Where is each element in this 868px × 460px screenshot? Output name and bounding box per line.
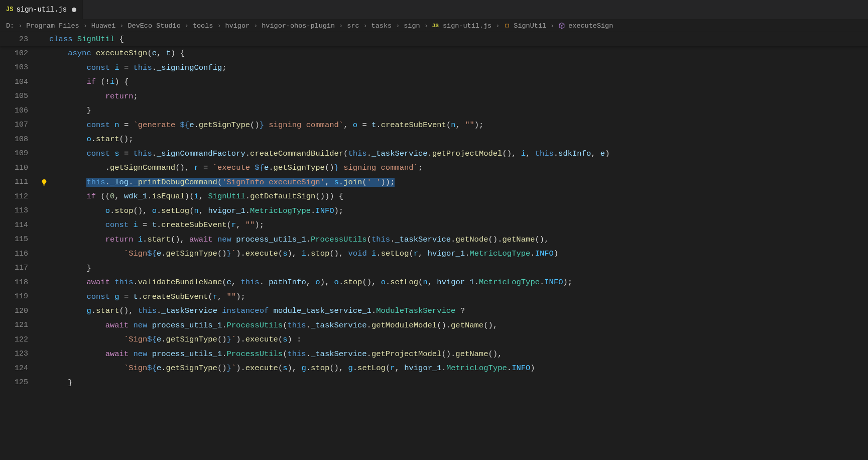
- code-text: const s = this._signCommandFactory.creat…: [49, 147, 609, 161]
- code-text: `Sign${e.getSignType()}`).execute(s) :: [49, 332, 301, 347]
- code-line[interactable]: 112 if ((0, wdk_1.isEqual)(i, SignUtil.g…: [0, 189, 868, 204]
- code-line[interactable]: 102 async executeSign(e, t) {: [0, 46, 868, 61]
- breadcrumb-segment[interactable]: DevEco Studio: [128, 22, 180, 30]
- code-text: await new process_utils_1.ProcessUtils(t…: [49, 347, 502, 362]
- code-line[interactable]: 115 return i.start(), await new process_…: [0, 233, 868, 247]
- code-line[interactable]: 122 `Sign${e.getSignType()}`).execute(s)…: [0, 332, 868, 347]
- code-line[interactable]: 114 const i = t.createSubEvent(r, "");: [0, 218, 868, 233]
- method-icon: [558, 22, 565, 29]
- line-number: 106: [0, 106, 39, 115]
- chevron-right-icon: ›: [363, 22, 367, 30]
- breadcrumb-segment[interactable]: Huawei: [91, 22, 116, 30]
- line-number: 111: [0, 178, 39, 186]
- tab-sign-util[interactable]: JS sign-util.js: [0, 0, 83, 19]
- line-number: 119: [0, 292, 39, 301]
- breadcrumb-segment[interactable]: tasks: [371, 22, 392, 30]
- chevron-right-icon: ›: [396, 22, 400, 30]
- line-number: 103: [0, 63, 39, 72]
- code-line[interactable]: 108 o.start();: [0, 132, 868, 147]
- code-text: `Sign${e.getSignType()}`).execute(s), g.…: [49, 361, 535, 376]
- code-line[interactable]: 110 .getSignCommand(), r = `execute ${e.…: [0, 161, 868, 175]
- sticky-scroll-line[interactable]: 23 class SignUtil {: [0, 32, 868, 46]
- chevron-right-icon: ›: [254, 22, 258, 30]
- js-file-icon: JS: [432, 23, 439, 29]
- chevron-right-icon: ›: [339, 22, 343, 30]
- breadcrumb-symbol[interactable]: SignUtil: [514, 22, 546, 30]
- code-text: return i.start(), await new process_util…: [49, 233, 549, 247]
- chevron-right-icon: ›: [217, 22, 221, 30]
- dirty-indicator-icon: [72, 8, 76, 12]
- line-number: 121: [0, 321, 39, 329]
- code-text: o.stop(), o.setLog(n, hvigor_1.MetricLog…: [49, 204, 343, 218]
- code-line[interactable]: 119 const g = t.createSubEvent(r, "");: [0, 290, 868, 304]
- tab-filename: sign-util.js: [16, 6, 67, 14]
- line-number: 107: [0, 121, 39, 129]
- code-text: if (!i) {: [49, 75, 129, 89]
- code-line[interactable]: 117 }: [0, 261, 868, 276]
- chevron-right-icon: ›: [185, 22, 189, 30]
- code-line[interactable]: 103 const i = this._signingConfig;: [0, 61, 868, 75]
- code-text: }: [49, 376, 73, 390]
- code-line[interactable]: 118 await this.validateBundleName(e, thi…: [0, 275, 868, 290]
- code-line[interactable]: 121 await new process_utils_1.ProcessUti…: [0, 318, 868, 333]
- editor-body[interactable]: 102 async executeSign(e, t) {103 const i…: [0, 46, 868, 390]
- chevron-right-icon: ›: [550, 22, 554, 30]
- code-text: o.start();: [49, 132, 133, 147]
- tab-bar: JS sign-util.js: [0, 0, 868, 19]
- code-line[interactable]: 105 return;: [0, 89, 868, 104]
- code-text: if ((0, wdk_1.isEqual)(i, SignUtil.getDe…: [49, 189, 343, 204]
- code-line[interactable]: 116 `Sign${e.getSignType()}`).execute(s)…: [0, 247, 868, 261]
- line-number: 114: [0, 221, 39, 229]
- line-number: 115: [0, 235, 39, 244]
- chevron-right-icon: ›: [18, 22, 22, 30]
- line-number: 110: [0, 164, 39, 172]
- breadcrumb-segment[interactable]: tools: [193, 22, 213, 30]
- code-text: const i = t.createSubEvent(r, "");: [49, 218, 264, 233]
- breadcrumb-segment[interactable]: Program Files: [26, 22, 79, 30]
- code-text: class SignUtil {: [49, 32, 124, 47]
- breadcrumb-segment[interactable]: sign: [404, 22, 420, 30]
- line-number: 120: [0, 307, 39, 315]
- code-text: `Sign${e.getSignType()}`).execute(s), i.…: [49, 247, 558, 261]
- code-line[interactable]: 120 g.start(), this._taskService instanc…: [0, 304, 868, 318]
- breadcrumb-symbol[interactable]: executeSign: [568, 22, 613, 30]
- breadcrumb-file[interactable]: sign-util.js: [443, 22, 491, 30]
- code-line[interactable]: 111 this._log._printDebugCommand('SignIn…: [0, 175, 868, 190]
- chevron-right-icon: ›: [424, 22, 428, 30]
- code-text: await this.validateBundleName(e, this._p…: [49, 275, 572, 290]
- breadcrumb-segment[interactable]: D:: [6, 22, 14, 30]
- code-text: const n = `generate ${e.getSignType()} s…: [49, 118, 483, 133]
- code-line[interactable]: 106 }: [0, 103, 868, 118]
- line-number: 102: [0, 49, 39, 58]
- breadcrumb-segment[interactable]: hvigor: [225, 22, 250, 30]
- code-text: await new process_utils_1.ProcessUtils(t…: [49, 318, 498, 333]
- code-line[interactable]: 109 const s = this._signCommandFactory.c…: [0, 147, 868, 161]
- code-line[interactable]: 107 const n = `generate ${e.getSignType(…: [0, 118, 868, 133]
- code-line[interactable]: 125 }: [0, 376, 868, 390]
- js-file-icon: JS: [6, 6, 13, 13]
- code-line[interactable]: 123 await new process_utils_1.ProcessUti…: [0, 347, 868, 362]
- code-line[interactable]: 104 if (!i) {: [0, 75, 868, 89]
- breadcrumb[interactable]: D:›Program Files›Huawei›DevEco Studio›to…: [0, 19, 868, 32]
- line-number: 122: [0, 335, 39, 344]
- code-line[interactable]: 113 o.stop(), o.setLog(n, hvigor_1.Metri…: [0, 204, 868, 218]
- line-number: 104: [0, 78, 39, 86]
- line-number: 116: [0, 250, 39, 258]
- code-text: const i = this._signingConfig;: [49, 61, 227, 75]
- line-number: 124: [0, 364, 39, 373]
- code-text: this._log._printDebugCommand('SignInfo e…: [49, 175, 395, 190]
- breadcrumb-segment[interactable]: hvigor-ohos-plugin: [262, 22, 335, 30]
- code-line[interactable]: 124 `Sign${e.getSignType()}`).execute(s)…: [0, 361, 868, 376]
- code-text: }: [49, 261, 91, 276]
- line-number: 23: [0, 35, 39, 44]
- line-number: 113: [0, 206, 39, 215]
- code-text: g.start(), this._taskService instanceof …: [49, 304, 465, 318]
- class-icon: [504, 22, 511, 29]
- line-number: 112: [0, 192, 39, 201]
- lightbulb-icon[interactable]: [39, 179, 49, 186]
- line-number: 123: [0, 350, 39, 358]
- chevron-right-icon: ›: [495, 22, 500, 30]
- code-text: const g = t.createSubEvent(r, "");: [49, 290, 245, 304]
- breadcrumb-segment[interactable]: src: [347, 22, 359, 30]
- code-text: .getSignCommand(), r = `execute ${e.getS…: [49, 161, 423, 175]
